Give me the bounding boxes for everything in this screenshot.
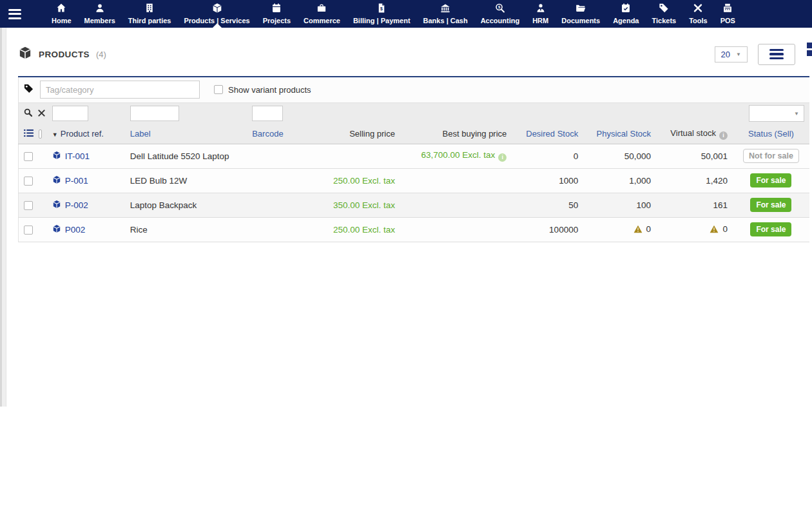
status-badge: For sale (750, 173, 791, 188)
nav-item-banks-cash[interactable]: Banks | Cash (417, 0, 474, 28)
product-label: Rice (130, 225, 148, 235)
desired-stock: 0 (574, 151, 579, 161)
col-header-desired-stock[interactable]: Desired Stock (526, 129, 578, 139)
nav-item-pos[interactable]: POS (714, 0, 742, 28)
svg-text:$: $ (498, 5, 501, 9)
product-ref-link[interactable]: IT-001 (65, 151, 90, 161)
warning-icon (710, 225, 719, 235)
physical-stock: 100 (637, 200, 652, 210)
row-select-checkbox[interactable] (24, 201, 33, 210)
status-filter-select[interactable]: ▼ (749, 105, 804, 122)
selling-price: 250.00 Excl. tax (333, 225, 395, 235)
col-header-physical-stock[interactable]: Physical Stock (596, 129, 651, 139)
desired-stock: 1000 (559, 176, 578, 186)
table-header-row: ▼Product ref. Label Barcode Selling pric… (19, 124, 810, 144)
search-row: ▼ (19, 102, 810, 124)
briefcase-icon (315, 3, 328, 15)
clear-filters-icon[interactable] (38, 109, 45, 119)
select-fields-button[interactable] (807, 43, 812, 58)
selling-price: 350.00 Excl. tax (333, 200, 395, 210)
row-select-checkbox[interactable] (24, 177, 33, 186)
product-list: Show variant products ▼ (18, 76, 812, 242)
virtual-stock: 50,001 (701, 151, 728, 161)
product-cube-icon (52, 151, 61, 162)
product-cube-icon (52, 200, 61, 211)
row-select-checkbox[interactable] (24, 226, 33, 235)
selling-price: 250.00 Excl. tax (333, 176, 395, 186)
chevron-down-icon: ▼ (736, 52, 741, 57)
nav-item-tools[interactable]: Tools (682, 0, 714, 28)
nav-item-agenda[interactable]: Agenda (606, 0, 645, 28)
result-count: (4) (96, 50, 106, 59)
show-variants-checkbox[interactable] (214, 85, 223, 94)
col-header-best-buying-price[interactable]: Best buying price (443, 129, 507, 139)
nav-item-commerce[interactable]: Commerce (297, 0, 347, 28)
nav-item-products-services[interactable]: Products | Services (177, 0, 256, 28)
physical-stock: 1,000 (629, 176, 651, 186)
col-header-label[interactable]: Label (130, 129, 151, 139)
category-tag-icon (24, 84, 34, 95)
select-all-checkbox[interactable] (39, 130, 42, 139)
col-header-status-sell[interactable]: Status (Sell) (748, 129, 794, 139)
page-title: PRODUCTS (4) (18, 46, 106, 63)
physical-stock: 0 (646, 224, 652, 234)
tag-category-input[interactable] (40, 81, 200, 99)
calendar-icon (270, 3, 283, 15)
nav-item-third-parties[interactable]: Third parties (122, 0, 178, 28)
sort-desc-icon: ▼ (52, 131, 58, 138)
product-cube-icon (52, 224, 61, 235)
best-buying-price: 63,700.00 Excl. tax (421, 150, 496, 160)
list-view-button[interactable] (758, 44, 795, 65)
show-variants-label: Show variant products (228, 85, 311, 95)
building-icon (143, 3, 156, 15)
product-label: LED Bulb 12W (130, 176, 188, 186)
tools-icon (691, 3, 704, 15)
virtual-stock: 1,420 (706, 176, 728, 186)
page-size-select[interactable]: 20 ▼ (715, 46, 748, 63)
info-icon[interactable]: i (719, 131, 728, 140)
nav-item-tickets[interactable]: Tickets (645, 0, 682, 28)
product-ref-link[interactable]: P002 (65, 225, 86, 235)
table-row: P-001 LED Bulb 12W 250.00 Excl. tax i 10… (19, 168, 810, 193)
label-search-input[interactable] (130, 106, 179, 121)
table-row: P002 Rice 250.00 Excl. tax i 100000 0 0 … (19, 217, 810, 242)
table-row: IT-001 Dell Latitude 5520 Laptop 63,700.… (19, 144, 810, 168)
user-icon (93, 3, 106, 15)
price-info-icon[interactable]: i (498, 153, 507, 162)
row-select-checkbox[interactable] (24, 152, 33, 161)
invoice-icon: $ (375, 3, 388, 15)
nav-item-billing-payment[interactable]: $ Billing | Payment (347, 0, 417, 28)
navbar-items: Home Members Third parties Products | Se… (45, 0, 742, 28)
hamburger-menu-icon[interactable] (0, 0, 30, 28)
search-icon[interactable] (24, 108, 32, 119)
product-cube-icon (52, 175, 61, 186)
product-ref-link[interactable]: P-002 (65, 200, 88, 210)
col-header-selling-price[interactable]: Selling price (349, 129, 395, 139)
nav-item-members[interactable]: Members (78, 0, 122, 28)
col-header-virtual-stock[interactable]: Virtual stock (670, 128, 716, 138)
nav-item-projects[interactable]: Projects (256, 0, 297, 28)
collapsed-left-menu[interactable] (0, 28, 6, 407)
physical-stock: 50,000 (624, 151, 651, 161)
nav-item-home[interactable]: Home (45, 0, 78, 28)
home-icon (55, 3, 68, 15)
virtual-stock: 161 (713, 200, 728, 210)
ref-search-input[interactable] (52, 106, 88, 121)
warning-icon (633, 225, 643, 235)
cube-icon (211, 3, 224, 15)
product-ref-link[interactable]: P-001 (65, 176, 88, 186)
col-header-barcode[interactable]: Barcode (252, 129, 283, 139)
filter-bar: Show variant products (19, 77, 810, 102)
product-label: Laptop Backpack (130, 200, 197, 210)
col-header-product-ref[interactable]: ▼Product ref. (52, 129, 104, 139)
user-tie-icon (534, 3, 547, 15)
nav-item-hrm[interactable]: HRM (526, 0, 555, 28)
table-row: P-002 Laptop Backpack 350.00 Excl. tax i… (19, 193, 810, 217)
nav-item-accounting[interactable]: $ Accounting (474, 0, 527, 28)
calendar-check-icon (619, 3, 632, 15)
list-lines-icon[interactable] (24, 129, 34, 139)
barcode-search-input[interactable] (252, 106, 283, 121)
product-label: Dell Latitude 5520 Laptop (130, 151, 229, 161)
nav-item-documents[interactable]: Documents (555, 0, 606, 28)
page-header: PRODUCTS (4) 20 ▼ (0, 28, 812, 66)
